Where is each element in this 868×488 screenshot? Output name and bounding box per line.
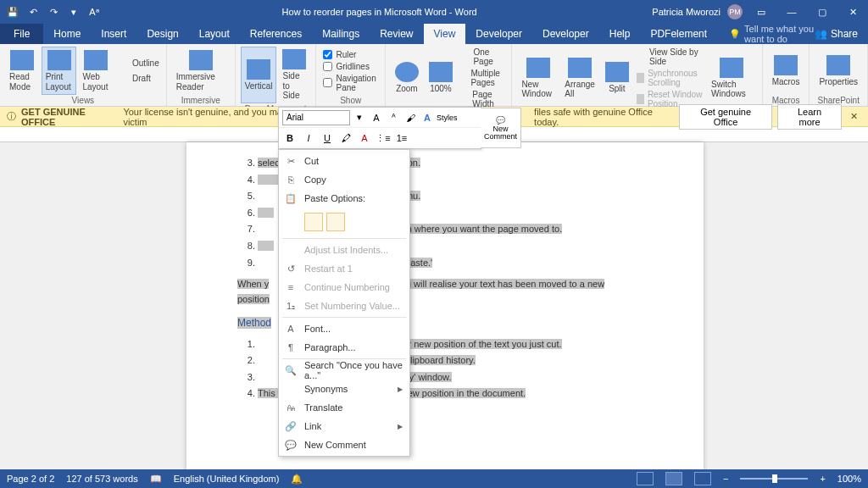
print-layout-button[interactable]: Print Layout (42, 47, 77, 95)
ctx-font[interactable]: AFont... (279, 319, 409, 338)
avatar[interactable]: PM (727, 4, 743, 19)
tell-me-search[interactable]: 💡 Tell me what you want to do (729, 24, 815, 44)
ctx-paragraph[interactable]: ¶Paragraph... (279, 338, 409, 357)
ribbon-options-icon[interactable]: ▭ (749, 0, 773, 24)
format-painter-icon[interactable]: 🖌 (403, 110, 418, 125)
paste-text-only-icon[interactable] (326, 213, 345, 231)
ctx-link[interactable]: 🔗Link▶ (279, 417, 409, 435)
shrink-font-icon[interactable]: ᴬ (386, 110, 401, 125)
tab-layout[interactable]: Layout (189, 24, 240, 44)
ctx-paste-options-label: 📋Paste Options: (279, 189, 409, 208)
font-name-box[interactable]: Arial (282, 110, 350, 125)
numbering-icon[interactable]: 1≡ (394, 130, 409, 146)
outline-button[interactable]: Outline (115, 57, 161, 70)
font-icon: A (284, 322, 298, 336)
zoom-in-icon[interactable]: + (820, 474, 825, 484)
workspace: selected, release the left mouse button.… (0, 127, 868, 469)
page-indicator[interactable]: Page 2 of 2 (7, 474, 54, 484)
ctx-synonyms[interactable]: Synonyms▶ (279, 380, 409, 398)
view-side-by-side-button[interactable]: View Side by Side (635, 47, 705, 67)
tab-file[interactable]: File (0, 24, 43, 44)
info-icon: ⓘ (7, 110, 16, 123)
arrange-all-button[interactable]: Arrange All (560, 47, 599, 109)
read-mode-view-icon[interactable] (637, 472, 654, 485)
grow-font-icon[interactable]: A (369, 110, 384, 125)
learn-more-button[interactable]: Learn more (777, 104, 842, 130)
draft-button[interactable]: Draft (115, 72, 161, 86)
tab-design[interactable]: Design (136, 24, 188, 44)
styles-dropdown[interactable]: Styles (437, 110, 458, 125)
switch-windows-button[interactable]: Switch Windows (707, 47, 757, 109)
zoom-button[interactable]: Zoom (391, 47, 423, 109)
font-color-icon[interactable]: A (420, 110, 435, 125)
underline-icon[interactable]: U (320, 130, 335, 146)
ctx-copy[interactable]: ⎘Copy (279, 170, 409, 189)
group-views-label: Views (5, 95, 161, 105)
qa-more-icon[interactable]: ▾ (64, 3, 83, 21)
split-button[interactable]: Split (601, 47, 633, 109)
save-icon[interactable]: 💾 (3, 3, 22, 21)
new-comment-button[interactable]: 💬 New Comment (481, 108, 521, 148)
ctx-search[interactable]: 🔍Search "Once you have a..." (279, 361, 409, 380)
immersive-reader-button[interactable]: Immersive Reader (172, 47, 230, 95)
comment-icon: 💬 (496, 116, 505, 125)
tab-mailings[interactable]: Mailings (312, 24, 370, 44)
tab-view[interactable]: View (424, 24, 466, 44)
italic-icon[interactable]: I (301, 130, 316, 146)
zoom-out-icon[interactable]: − (723, 474, 728, 484)
ruler-checkbox[interactable]: Ruler (321, 49, 379, 60)
zoom-slider[interactable] (740, 478, 808, 480)
tab-references[interactable]: References (240, 24, 312, 44)
tab-pdfelement[interactable]: PDFelement (640, 24, 717, 44)
accessibility-icon[interactable]: 🔔 (291, 474, 303, 485)
zoom-level[interactable]: 100% (837, 474, 861, 484)
minimize-icon[interactable]: — (780, 0, 804, 24)
user-name[interactable]: Patricia Mworozi (652, 7, 721, 17)
web-layout-button[interactable]: Web Layout (78, 47, 114, 95)
tab-help[interactable]: Help (599, 24, 641, 44)
word-count[interactable]: 127 of 573 words (66, 474, 137, 484)
new-window-button[interactable]: New Window (517, 47, 559, 109)
print-layout-view-icon[interactable] (665, 472, 682, 485)
ctx-restart: ↺Restart at 1 (279, 259, 409, 278)
share-button[interactable]: 👥 Share (815, 28, 858, 40)
redo-icon[interactable]: ↷ (44, 3, 63, 21)
highlight-icon[interactable]: 🖍 (338, 130, 353, 146)
mini-toolbar: Arial ▾ A ᴬ 🖌 A Styles B I U 🖍 A ⋮≡ 1≡ 💬… (278, 107, 481, 149)
navpane-checkbox[interactable]: Navigation Pane (321, 73, 379, 93)
macros-button[interactable]: Macros (768, 47, 804, 95)
tab-developer[interactable]: Developer (465, 24, 532, 44)
undo-icon[interactable]: ↶ (24, 3, 42, 21)
tab-home[interactable]: Home (43, 24, 91, 44)
document-page[interactable]: selected, release the left mouse button.… (186, 142, 704, 469)
multi-page-button[interactable]: Multiple Pages (459, 68, 506, 88)
spellcheck-icon[interactable]: 📖 (150, 474, 162, 485)
tab-developer2[interactable]: Developer (532, 24, 599, 44)
gridlines-checkbox[interactable]: Gridlines (321, 61, 379, 72)
close-icon[interactable]: ✕ (841, 0, 865, 24)
bold-icon[interactable]: B (282, 130, 298, 146)
properties-button[interactable]: Properties (815, 47, 862, 95)
tab-review[interactable]: Review (370, 24, 423, 44)
ctx-new-comment[interactable]: 💬New Comment (279, 435, 409, 454)
vertical-button[interactable]: Vertical (241, 47, 277, 103)
read-mode-button[interactable]: Read Mode (5, 47, 40, 95)
language-indicator[interactable]: English (United Kingdom) (174, 474, 280, 484)
one-page-button[interactable]: One Page (459, 47, 506, 67)
font-size-box[interactable]: ▾ (352, 110, 367, 125)
cut-icon: ✂ (284, 154, 298, 168)
font-qa-icon[interactable]: Aᵃ (85, 3, 103, 21)
maximize-icon[interactable]: ▢ (810, 0, 834, 24)
ribbon: Read Mode Print Layout Web Layout Outlin… (0, 44, 868, 107)
paste-keep-source-icon[interactable] (304, 213, 323, 231)
ctx-cut[interactable]: ✂Cut (279, 152, 409, 170)
msgbar-close-icon[interactable]: ✕ (847, 111, 861, 122)
side-to-side-button[interactable]: Side to Side (278, 47, 310, 103)
font-color2-icon[interactable]: A (357, 130, 372, 146)
bullets-icon[interactable]: ⋮≡ (376, 130, 391, 146)
zoom-100-button[interactable]: 100% (425, 47, 457, 109)
ctx-translate[interactable]: 🗛Translate (279, 398, 409, 417)
web-layout-view-icon[interactable] (694, 472, 711, 485)
get-genuine-button[interactable]: Get genuine Office (679, 104, 772, 130)
tab-insert[interactable]: Insert (91, 24, 136, 44)
